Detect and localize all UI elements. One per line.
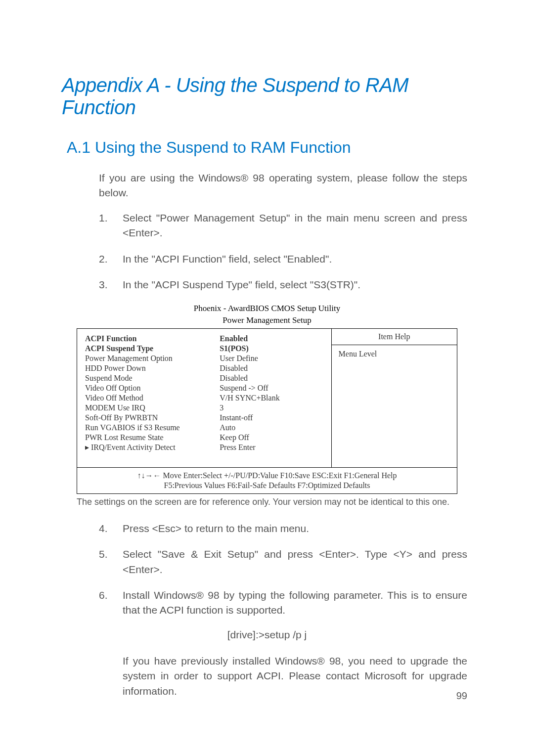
- bios-label: Suspend Mode: [85, 373, 220, 383]
- bios-help-panel: Item Help Menu Level: [331, 329, 457, 467]
- bios-value: Press Enter: [220, 443, 323, 452]
- figure-footnote: The settings on the screen are for refer…: [77, 497, 457, 507]
- step-1: Select "Power Management Setup" in the m…: [99, 211, 467, 241]
- bios-label: Power Management Option: [85, 354, 220, 363]
- step-2: In the "ACPI Function" field, select "En…: [99, 252, 467, 267]
- bios-value: S1(POS): [220, 344, 323, 354]
- bios-footer-line-2: F5:Previous Values F6:Fail-Safe Defaults…: [83, 481, 451, 490]
- bios-label: HDD Power Down: [85, 363, 220, 373]
- bios-label: Run VGABIOS if S3 Resume: [85, 423, 220, 433]
- page-number: 99: [456, 690, 467, 702]
- bios-value: Keep Off: [220, 433, 323, 443]
- bios-value: Enabled: [220, 334, 323, 344]
- bios-caption-1: Phoenix - AwardBIOS CMOS Setup Utility: [67, 304, 467, 313]
- bios-value: Instant-off: [220, 413, 323, 423]
- step-5: Select "Save & Exit Setup" and press <En…: [99, 547, 467, 577]
- bios-value: User Define: [220, 354, 323, 363]
- bios-value: Disabled: [220, 363, 323, 373]
- bios-value: Auto: [220, 423, 323, 433]
- bios-value: V/H SYNC+Blank: [220, 393, 323, 403]
- bios-label: Video Off Option: [85, 383, 220, 393]
- bios-help-heading: Item Help: [332, 329, 457, 345]
- document-page: Appendix A - Using the Suspend to RAM Fu…: [0, 0, 534, 756]
- bios-footer-line-1: ↑↓→← Move Enter:Select +/-/PU/PD:Value F…: [83, 471, 451, 481]
- steps-list-2: Press <Esc> to return to the main menu. …: [67, 521, 467, 618]
- appendix-title: Appendix A - Using the Suspend to RAM Fu…: [62, 74, 467, 119]
- bios-help-body: Menu Level: [332, 345, 457, 363]
- bios-label-submenu: IRQ/Event Activity Detect: [85, 443, 220, 452]
- tail-paragraph: If you have previously installed Windows…: [67, 654, 467, 699]
- bios-label: PWR Lost Resume State: [85, 433, 220, 443]
- bios-value: 3: [220, 403, 323, 413]
- steps-list-1: Select "Power Management Setup" in the m…: [67, 211, 467, 293]
- bios-settings-panel: ACPI Function ACPI Suspend Type Power Ma…: [77, 329, 331, 467]
- bios-value: Disabled: [220, 373, 323, 383]
- command-line: [drive]:>setup /p j: [67, 629, 467, 641]
- intro-paragraph: If you are using the Windows® 98 operati…: [67, 171, 467, 201]
- bios-figure: Phoenix - AwardBIOS CMOS Setup Utility P…: [67, 304, 467, 507]
- section-heading: A.1 Using the Suspend to RAM Function: [67, 138, 467, 157]
- step-3: In the "ACPI Suspend Type" field, select…: [99, 277, 467, 292]
- bios-label: Soft-Off By PWRBTN: [85, 413, 220, 423]
- bios-caption-2: Power Management Setup: [67, 315, 467, 325]
- step-6: Install Windows® 98 by typing the follow…: [99, 588, 467, 618]
- bios-label: MODEM Use IRQ: [85, 403, 220, 413]
- bios-value: Suspend -> Off: [220, 383, 323, 393]
- bios-label: Video Off Method: [85, 393, 220, 403]
- bios-label: ACPI Suspend Type: [85, 344, 220, 354]
- bios-footer: ↑↓→← Move Enter:Select +/-/PU/PD:Value F…: [77, 468, 457, 493]
- bios-label: ACPI Function: [85, 334, 220, 344]
- bios-window: ACPI Function ACPI Suspend Type Power Ma…: [77, 328, 457, 494]
- step-4: Press <Esc> to return to the main menu.: [99, 521, 467, 536]
